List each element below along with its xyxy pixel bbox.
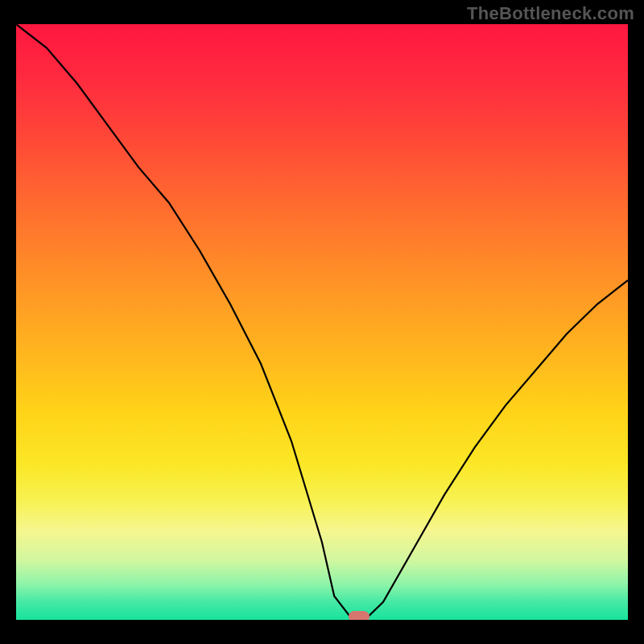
plot-area	[16, 24, 628, 620]
watermark-text: TheBottleneck.com	[467, 3, 634, 24]
curve-path	[16, 24, 628, 620]
optimal-point-marker	[349, 611, 369, 620]
bottleneck-curve	[16, 24, 628, 620]
chart-frame: TheBottleneck.com	[0, 0, 644, 644]
